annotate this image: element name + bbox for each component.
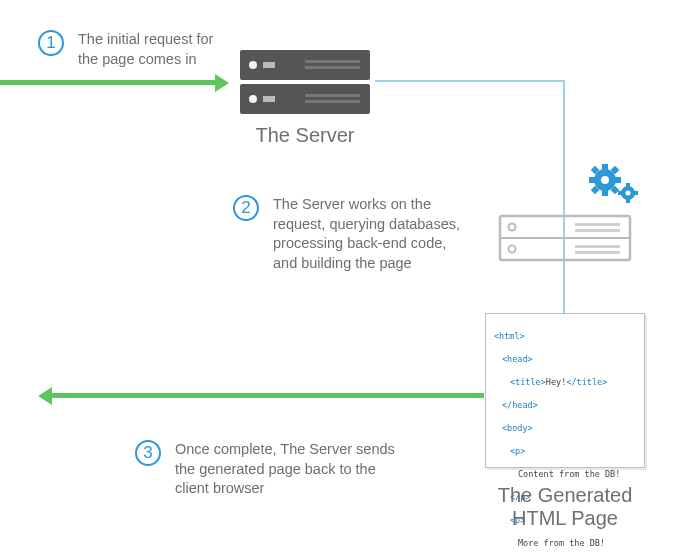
arrow-request-in-head: [215, 74, 229, 92]
server-icon: [235, 40, 375, 120]
gears-icon: [585, 160, 645, 210]
svg-rect-33: [575, 251, 620, 254]
svg-rect-12: [602, 188, 608, 196]
svg-rect-1: [240, 84, 370, 114]
flow-line-1: [375, 80, 565, 82]
server-caption: The Server: [245, 124, 365, 147]
svg-rect-8: [305, 94, 360, 97]
svg-rect-24: [633, 191, 638, 195]
svg-point-28: [509, 224, 516, 231]
svg-rect-23: [618, 191, 623, 195]
step-1-number: 1: [38, 30, 64, 56]
svg-rect-13: [589, 177, 597, 183]
svg-point-19: [601, 176, 609, 184]
step-1-text: The initial request for the page comes i…: [78, 30, 213, 69]
generated-page-caption: The Generated HTML Page: [490, 484, 640, 530]
svg-point-2: [249, 61, 257, 69]
arrow-request-in: [0, 80, 215, 85]
svg-rect-30: [575, 223, 620, 226]
svg-rect-11: [602, 164, 608, 172]
svg-point-25: [626, 191, 631, 196]
svg-rect-7: [305, 66, 360, 69]
svg-rect-31: [575, 229, 620, 232]
svg-rect-32: [575, 245, 620, 248]
arrow-response-out: [52, 393, 484, 398]
svg-rect-21: [626, 183, 630, 188]
svg-rect-0: [240, 50, 370, 80]
svg-rect-5: [263, 96, 275, 102]
svg-rect-9: [305, 100, 360, 103]
svg-rect-6: [305, 60, 360, 63]
arrow-response-out-head: [38, 387, 52, 405]
svg-rect-3: [263, 62, 275, 68]
svg-rect-14: [613, 177, 621, 183]
svg-point-4: [249, 95, 257, 103]
step-3-number: 3: [135, 440, 161, 466]
svg-rect-22: [626, 198, 630, 203]
processing-server-icon: [495, 210, 635, 265]
step-2-text: The Server works on the request, queryin…: [273, 195, 483, 273]
generated-html-panel: <html> <head> <title>Hey!</title> </head…: [485, 313, 645, 468]
svg-point-29: [509, 246, 516, 253]
step-2-number: 2: [233, 195, 259, 221]
step-3-text: Once complete, The Server sends the gene…: [175, 440, 415, 499]
